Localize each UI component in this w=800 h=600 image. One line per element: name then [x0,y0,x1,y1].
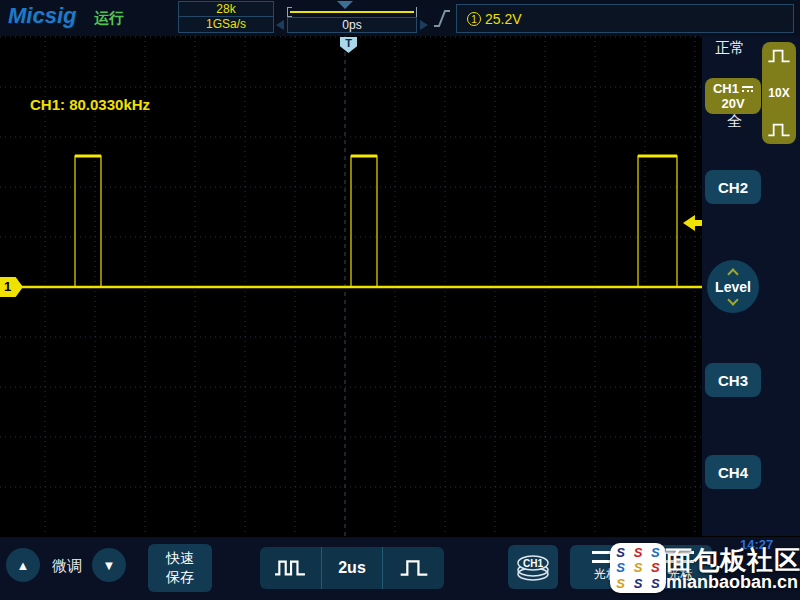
pulse-down-icon [767,122,791,138]
level-button[interactable]: Level [707,260,759,313]
cursor-lines-icon-2 [666,551,694,563]
timebase-slower-button[interactable] [260,547,321,589]
waveform-display[interactable]: CH1: 80.0330kHz T [0,36,702,536]
cursor-button-2[interactable]: 光标 [648,545,712,589]
trigger-position-readout[interactable]: 0ps [287,17,417,33]
chevron-down-icon [727,294,738,305]
double-pulse-icon [274,558,306,578]
memory-bar-fill [290,11,414,13]
single-pulse-icon [399,558,429,578]
trigger-info-box[interactable]: 1 25.2V [456,4,794,33]
brand-logo: Micsig [8,3,76,29]
acquisition-panel[interactable]: 28k 1GSa/s [178,1,274,33]
ch1-button[interactable]: CH1 20V [705,78,761,114]
oscilloscope-screen: Micsig 运行 28k 1GSa/s 0ps 1 25.2V CH1: 80… [0,0,800,600]
ch2-button[interactable]: CH2 [705,170,761,204]
memory-depth[interactable]: 28k [178,1,274,17]
svg-text:CH1: CH1 [523,558,543,569]
timebase-value[interactable]: 2us [321,547,384,589]
level-label: Level [715,279,751,295]
quick-save-button[interactable]: 快速 保存 [148,544,212,592]
ch3-button[interactable]: CH3 [705,363,761,397]
cursor-label-2: 光标 [668,566,692,583]
ch1-label: CH1 [713,81,739,96]
ch1-scale: 20V [705,96,761,111]
timebase-faster-button[interactable] [383,547,444,589]
scale-down-button[interactable]: ▼ [92,548,126,582]
pan-right-icon[interactable] [420,20,428,30]
timebase-control: 2us [260,547,444,589]
cursor-label: 光标 [594,566,618,583]
pan-left-icon[interactable] [276,20,284,30]
cursor-button[interactable]: 光标 [570,545,642,589]
pulse-up-icon [767,48,791,64]
run-status: 运行 [94,9,124,28]
fine-adjust-label: 微调 [52,557,82,576]
memory-bar[interactable] [287,7,417,17]
channel-stack-icon: CH1 [513,550,553,584]
trigger-level-readout: 25.2V [485,11,522,27]
dc-coupling-icon [742,86,753,92]
cursor-lines-icon [592,551,620,563]
probe-ratio-label: 10X [768,86,789,100]
probe-panel[interactable]: 10X [762,42,796,144]
trigger-slope-icon[interactable] [432,7,452,29]
scale-up-button[interactable]: ▲ [6,548,40,582]
chevron-up-icon [727,268,738,279]
bandwidth-label: 全 [727,112,742,131]
top-bar: Micsig 运行 28k 1GSa/s 0ps 1 25.2V [0,0,800,36]
sample-rate[interactable]: 1GSa/s [178,17,274,33]
trigger-mode-label: 正常 [715,39,745,58]
active-channel-button[interactable]: CH1 [508,545,558,589]
trigger-source-icon: 1 [467,12,481,26]
ch1-frequency-measurement: CH1: 80.0330kHz [30,96,150,113]
ch4-button[interactable]: CH4 [705,455,761,489]
